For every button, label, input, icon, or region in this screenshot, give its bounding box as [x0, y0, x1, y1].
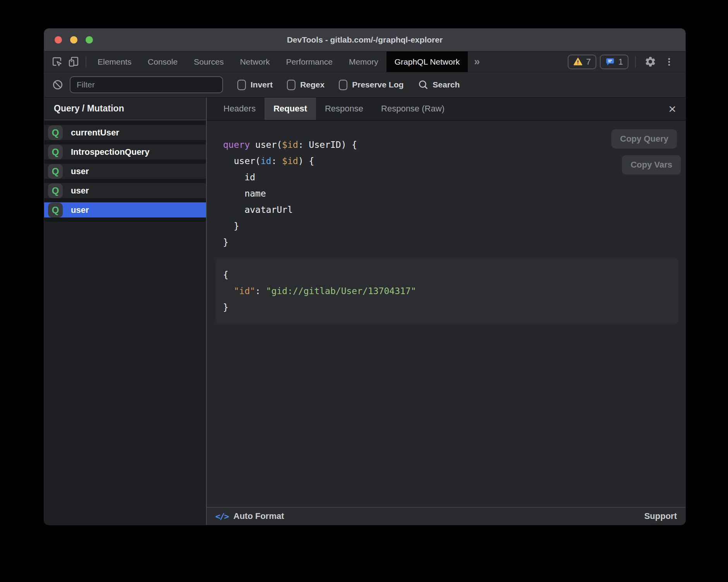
tab-graphql-network[interactable]: GraphQL Network	[386, 51, 468, 72]
code-line: }	[223, 218, 685, 234]
code-token: "gid://gitlab/User/13704317"	[266, 286, 416, 296]
checkbox-label: Invert	[251, 80, 273, 89]
code-token: avatarUrl	[223, 205, 293, 215]
tab-elements[interactable]: Elements	[89, 51, 140, 72]
query-list-header: Query / Mutation	[44, 98, 206, 120]
query-list-sidebar: Query / Mutation QcurrentUserQIntrospect…	[44, 98, 207, 525]
inspect-element-icon[interactable]	[49, 51, 66, 72]
support-link[interactable]: Support	[644, 511, 677, 521]
code-token: {	[223, 270, 228, 280]
query-type-icon: Q	[48, 125, 63, 140]
code-token: id	[223, 172, 255, 182]
query-list-item[interactable]: QIntrospectionQuery	[44, 144, 206, 164]
settings-gear-icon[interactable]	[642, 54, 658, 70]
code-token: }	[223, 302, 228, 312]
tab-response[interactable]: Response	[316, 98, 372, 120]
query-list-item[interactable]: Quser	[44, 202, 206, 222]
query-name: user	[71, 166, 89, 176]
variables-box: { "id": "gid://gitlab/User/13704317"}	[215, 258, 678, 324]
code-line: }	[223, 234, 685, 250]
close-icon[interactable]: ×	[668, 102, 676, 115]
toolbar-right: 7 1	[568, 51, 686, 72]
toolbar-divider	[86, 56, 86, 68]
filter-input[interactable]	[70, 76, 223, 93]
tab-response-raw[interactable]: Response (Raw)	[372, 98, 453, 120]
more-tabs-icon[interactable]: »	[468, 51, 486, 72]
checkbox-box[interactable]	[339, 80, 347, 90]
checkbox-regex[interactable]: Regex	[287, 80, 325, 90]
query-name: IntrospectionQuery	[71, 147, 149, 157]
search-control[interactable]: Search	[418, 79, 460, 90]
message-count: 1	[618, 57, 623, 67]
copy-buttons: Copy Query Copy Vars	[611, 129, 677, 175]
code-token: $id	[282, 140, 298, 150]
variables-json-code: { "id": "gid://gitlab/User/13704317"}	[223, 267, 671, 315]
search-label: Search	[433, 80, 460, 89]
panel-tabs: ElementsConsoleSourcesNetworkPerformance…	[89, 51, 468, 72]
copy-query-button[interactable]: Copy Query	[611, 129, 677, 149]
query-type-icon: Q	[48, 164, 63, 179]
code-line: name	[223, 185, 685, 202]
filter-checkboxes: InvertRegexPreserve Log	[223, 80, 403, 90]
filter-toolbar: InvertRegexPreserve Log Search	[44, 72, 685, 98]
messages-badge[interactable]: 1	[600, 55, 628, 69]
query-list: QcurrentUserQIntrospectionQueryQuserQuse…	[44, 120, 206, 222]
query-type-icon: Q	[48, 145, 63, 159]
message-icon	[605, 57, 615, 67]
copy-vars-button[interactable]: Copy Vars	[622, 155, 681, 175]
detail-tab-strip: HeadersRequestResponseResponse (Raw)	[215, 98, 453, 120]
tab-console[interactable]: Console	[140, 51, 186, 72]
code-token: }	[223, 237, 228, 247]
close-window-button[interactable]	[55, 36, 62, 44]
query-name: user	[71, 186, 89, 196]
code-token: ) {	[298, 156, 314, 166]
titlebar: DevTools - gitlab.com/-/graphql-explorer	[44, 29, 685, 51]
tab-sources[interactable]: Sources	[186, 51, 232, 72]
code-token: }	[223, 221, 239, 231]
clear-icon[interactable]	[50, 79, 65, 90]
tab-request[interactable]: Request	[264, 98, 316, 120]
request-detail-panel: HeadersRequestResponseResponse (Raw) × C…	[207, 98, 685, 525]
panel-statusbar: </> Auto Format Support	[207, 507, 685, 525]
toolbar-icons	[44, 51, 82, 72]
code-line: }	[223, 299, 671, 315]
warnings-badge[interactable]: 7	[568, 55, 596, 69]
query-name: currentUser	[71, 128, 119, 138]
main-split: Query / Mutation QcurrentUserQIntrospect…	[44, 98, 685, 525]
query-type-icon: Q	[48, 203, 63, 217]
tab-performance[interactable]: Performance	[278, 51, 341, 72]
tab-memory[interactable]: Memory	[341, 51, 386, 72]
code-token: name	[223, 188, 266, 199]
query-name: user	[71, 205, 89, 215]
devtools-tabbar: ElementsConsoleSourcesNetworkPerformance…	[44, 51, 685, 72]
request-tab-content: Copy Query Copy Vars query user($id: Use…	[207, 121, 685, 507]
checkbox-box[interactable]	[287, 80, 295, 90]
query-list-item[interactable]: Quser	[44, 164, 206, 183]
query-list-item[interactable]: Quser	[44, 183, 206, 202]
detail-tabs: HeadersRequestResponseResponse (Raw) ×	[207, 98, 685, 121]
query-list-item[interactable]: QcurrentUser	[44, 125, 206, 144]
toolbar-divider	[635, 56, 636, 68]
code-token: $id	[282, 156, 298, 166]
checkbox-invert[interactable]: Invert	[237, 80, 273, 90]
kebab-menu-icon[interactable]	[661, 54, 677, 70]
checkbox-box[interactable]	[237, 80, 246, 90]
tab-network[interactable]: Network	[232, 51, 278, 72]
traffic-lights	[55, 36, 93, 44]
warning-count: 7	[586, 57, 591, 67]
code-line: avatarUrl	[223, 202, 685, 218]
code-line: "id": "gid://gitlab/User/13704317"	[223, 283, 671, 299]
zoom-window-button[interactable]	[86, 36, 93, 44]
tab-headers[interactable]: Headers	[215, 98, 264, 120]
code-token	[223, 286, 234, 296]
device-toolbar-icon[interactable]	[66, 51, 82, 72]
window-title: DevTools - gitlab.com/-/graphql-explorer	[287, 35, 443, 45]
checkbox-label: Preserve Log	[352, 80, 403, 89]
devtools-window: DevTools - gitlab.com/-/graphql-explorer	[44, 29, 685, 525]
auto-format-button[interactable]: Auto Format	[234, 511, 284, 521]
checkbox-preserve-log[interactable]: Preserve Log	[339, 80, 403, 90]
code-format-icon: </>	[215, 512, 228, 521]
code-token: query	[223, 140, 250, 150]
minimize-window-button[interactable]	[70, 36, 77, 44]
search-icon	[418, 79, 429, 90]
